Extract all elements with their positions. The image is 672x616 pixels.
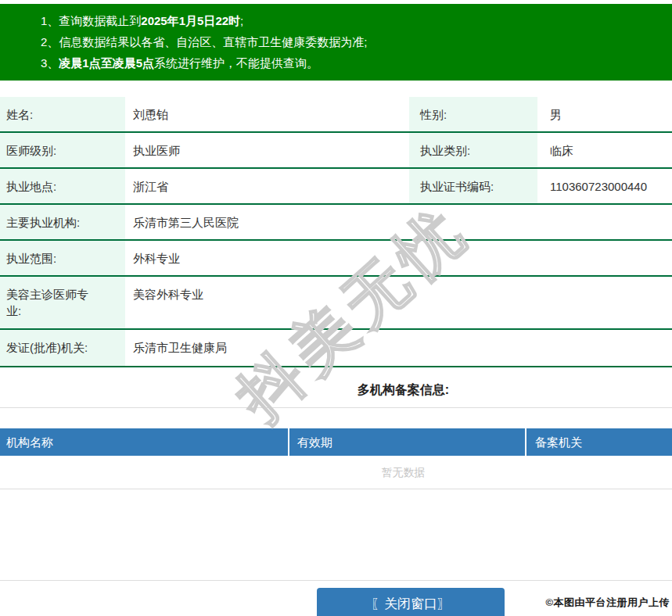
table-row: 美容主诊医师专业: 美容外科专业 — [0, 277, 672, 330]
label-text: 执业证书编码: — [420, 180, 494, 193]
field-value-name: 刘恿铂 — [125, 97, 409, 123]
label-text: 发证(批准)机关: — [6, 339, 88, 356]
notice-line-number: 2、 — [41, 35, 59, 48]
notice-text: 信息数据结果以各省、自治区、直辖市卫生健康委数据为准; — [59, 35, 367, 48]
column-header-institution-name: 机构名称 — [0, 428, 289, 456]
copyright-watermark-text: ©本图由平台注册用户上传 — [545, 596, 670, 610]
notice-line-2: 2、信息数据结果以各省、自治区、直辖市卫生健康委数据为准; — [41, 31, 664, 52]
table-row: 执业范围: 外科专业 — [0, 241, 672, 277]
field-value-gender: 男 — [537, 97, 672, 123]
label-text: 性别: — [420, 108, 447, 121]
divider — [0, 580, 672, 581]
filing-table-header: 机构名称 有效期 备案机关 — [0, 428, 672, 456]
label-text: 执业范围: — [6, 250, 56, 267]
notice-text-bold: 2025年1月5日22时 — [141, 14, 240, 27]
label-text: 美容主诊医师专业: — [6, 286, 99, 319]
notice-text: ; — [240, 14, 243, 27]
table-row: 执业地点: 浙江省 执业证书编码: 110360723000440 — [0, 169, 672, 205]
field-label-practice-location: 执业地点: — [0, 169, 125, 203]
column-header-validity-period: 有效期 — [289, 428, 526, 456]
section-title-multi-institution: 多机构备案信息: — [135, 382, 672, 397]
notice-line-number: 1、 — [41, 14, 59, 27]
label-text: 执业类别: — [420, 144, 470, 157]
divider — [0, 407, 672, 408]
notice-line-1: 1、查询数据截止到2025年1月5日22时; — [41, 10, 664, 31]
notice-text: 系统进行维护，不能提供查询。 — [154, 56, 318, 70]
table-row: 发证(批准)机关: 乐清市卫生健康局 — [0, 330, 672, 367]
field-value-practice-category: 临床 — [537, 133, 672, 159]
notice-text: 查询数据截止到 — [59, 14, 141, 27]
spacer — [0, 489, 672, 580]
field-value-certificate-number: 110360723000440 — [537, 169, 672, 195]
field-label-main-institution: 主要执业机构: — [0, 205, 125, 239]
table-row: 医师级别: 执业医师 执业类别: 临床 — [0, 133, 672, 169]
table-row: 姓名: 刘恿铂 性别: 男 — [0, 97, 672, 133]
notice-panel: 1、查询数据截止到2025年1月5日22时; 2、信息数据结果以各省、自治区、直… — [0, 4, 672, 81]
close-window-button[interactable]: 〖关闭窗口〗 — [317, 588, 505, 616]
notice-line-number: 3、 — [41, 56, 59, 70]
footer: 〖关闭窗口〗 ©本图由平台注册用户上传 — [0, 588, 672, 616]
label-text: 主要执业机构: — [6, 214, 80, 231]
field-label-certificate-number: 执业证书编码: — [409, 169, 537, 203]
field-label-cosmetic-specialty: 美容主诊医师专业: — [0, 277, 125, 328]
field-value-main-institution: 乐清市第三人民医院 — [125, 205, 672, 231]
field-value-issuing-authority: 乐清市卫生健康局 — [125, 330, 672, 356]
field-label-practice-scope: 执业范围: — [0, 241, 125, 275]
label-text: 医师级别: — [6, 142, 56, 159]
doctor-profile-table: 姓名: 刘恿铂 性别: 男 医师级别: 执业医师 执业类别: 临床 执业地点: … — [0, 97, 672, 367]
field-value-practice-scope: 外科专业 — [125, 241, 672, 267]
field-label-practice-category: 执业类别: — [409, 133, 537, 167]
label-text: 姓名: — [6, 106, 33, 123]
notice-line-3: 3、凌晨1点至凌晨5点系统进行维护，不能提供查询。 — [41, 52, 664, 73]
field-value-cosmetic-specialty: 美容外科专业 — [125, 277, 672, 303]
field-value-doctor-level: 执业医师 — [125, 133, 409, 159]
field-label-name: 姓名: — [0, 97, 125, 131]
field-label-doctor-level: 医师级别: — [0, 133, 125, 167]
field-label-gender: 性别: — [409, 97, 537, 131]
label-text: 执业地点: — [6, 178, 56, 195]
query-result-page: 1、查询数据截止到2025年1月5日22时; 2、信息数据结果以各省、自治区、直… — [0, 0, 672, 616]
column-header-filing-authority: 备案机关 — [526, 428, 672, 456]
empty-data-message: 暂无数据 — [135, 456, 672, 489]
field-value-practice-location: 浙江省 — [125, 169, 409, 195]
notice-text-bold: 凌晨1点至凌晨5点 — [59, 56, 154, 70]
table-row: 主要执业机构: 乐清市第三人民医院 — [0, 205, 672, 241]
field-label-issuing-authority: 发证(批准)机关: — [0, 330, 125, 366]
